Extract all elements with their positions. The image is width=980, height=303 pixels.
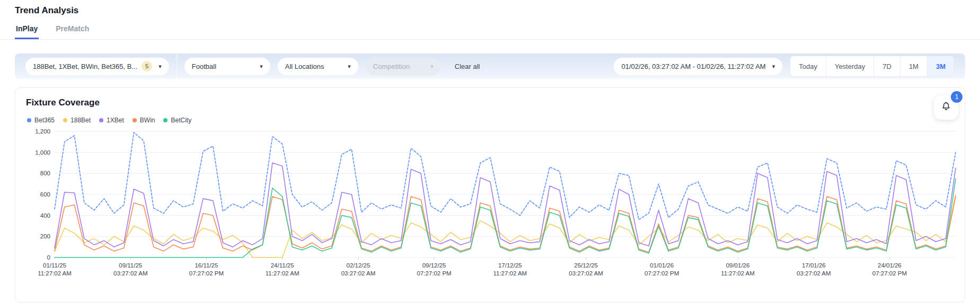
fixture-coverage-panel: Fixture Coverage 1 Bet365188Bet1XBetBWin… [15,87,965,302]
date-range-value: 01/02/26, 03:27:02 AM - 01/02/26, 11:27:… [621,63,765,70]
svg-text:09/11/25: 09/11/25 [119,262,142,269]
legend-label: 188Bet [70,117,91,124]
bookmakers-dropdown[interactable]: 188Bet, 1XBet, BWin, Bet365, B... 5 ▾ [25,58,169,75]
date-controls: 01/02/26, 03:27:02 AM - 01/02/26, 11:27:… [614,56,955,77]
svg-text:200: 200 [40,233,50,239]
svg-text:07:27:02 PM: 07:27:02 PM [644,270,679,277]
sport-value: Football [192,63,216,70]
range-3m-button[interactable]: 3M [928,56,954,76]
svg-text:600: 600 [40,191,50,198]
range-button-group: Today Yesterday 7D 1M 3M [790,56,955,77]
svg-text:800: 800 [40,170,50,176]
svg-text:03:27:02 AM: 03:27:02 AM [797,270,831,277]
filter-bar: 188Bet, 1XBet, BWin, Bet365, B... 5 ▾ Fo… [15,54,965,79]
bell-icon [940,101,952,114]
legend-dot [99,118,103,122]
legend-item-bet365[interactable]: Bet365 [27,117,55,124]
svg-text:03:27:02 AM: 03:27:02 AM [341,270,376,277]
competition-placeholder: Competition [373,63,410,70]
svg-text:09/12/25: 09/12/25 [422,262,446,269]
notification-count-badge: 1 [951,91,963,103]
svg-text:24/01/26: 24/01/26 [878,262,902,269]
svg-text:01/11/25: 01/11/25 [43,262,66,269]
chevron-down-icon: ▾ [158,63,162,70]
tab-inplay[interactable]: InPlay [15,21,39,39]
svg-text:09/01/26: 09/01/26 [726,262,750,269]
range-today-button[interactable]: Today [790,56,826,76]
legend-label: 1XBet [107,117,124,124]
range-1m-button[interactable]: 1M [900,56,928,76]
tab-bar: InPlay PreMatch [0,21,980,40]
date-range-dropdown[interactable]: 01/02/26, 03:27:02 AM - 01/02/26, 11:27:… [614,58,782,75]
legend-item-bwin[interactable]: BWin [133,117,155,124]
svg-text:02/12/25: 02/12/25 [347,262,370,269]
range-7d-button[interactable]: 7D [874,56,900,76]
chevron-down-icon: ▾ [348,63,351,70]
chart-canvas[interactable]: 02004006008001,0001,20001/11/2511:27:02 … [26,127,954,284]
clear-all-button[interactable]: Clear all [455,63,480,70]
tab-prematch[interactable]: PreMatch [55,21,90,39]
chevron-down-icon: ▾ [772,63,775,70]
svg-text:25/12/25: 25/12/25 [574,262,598,269]
svg-text:03:27:02 AM: 03:27:02 AM [569,270,603,277]
svg-text:1,200: 1,200 [35,128,50,135]
legend-dot [163,118,167,122]
fixture-coverage-chart[interactable]: 02004006008001,0001,20001/11/2511:27:02 … [26,127,963,282]
legend-item-betcity[interactable]: BetCity [163,117,191,124]
chevron-down-icon: ▾ [260,63,263,70]
legend-label: Bet365 [34,117,55,124]
svg-text:1,000: 1,000 [35,149,50,156]
svg-text:11:27:02 AM: 11:27:02 AM [266,270,299,277]
svg-text:11:27:02 AM: 11:27:02 AM [721,270,755,277]
svg-text:01/01/26: 01/01/26 [650,262,674,269]
competition-dropdown: Competition ▾ [366,58,441,75]
notifications-button[interactable]: 1 [934,95,958,120]
chevron-down-icon: ▾ [430,63,434,70]
range-yesterday-button[interactable]: Yesterday [826,56,874,76]
svg-text:24/11/25: 24/11/25 [271,262,294,269]
svg-text:17/01/26: 17/01/26 [802,262,826,269]
legend-item-1xbet[interactable]: 1XBet [99,117,124,124]
svg-text:16/11/25: 16/11/25 [195,262,218,269]
svg-text:0: 0 [47,254,50,261]
chart-legend: Bet365188Bet1XBetBWinBetCity [27,117,954,124]
page-title: Trend Analysis [0,0,980,16]
location-dropdown[interactable]: All Locations ▾ [278,58,358,75]
legend-item-188bet[interactable]: 188Bet [63,117,91,124]
legend-dot [27,118,31,122]
filter-divider [176,54,177,79]
location-value: All Locations [285,63,324,70]
svg-text:07:27:02 PM: 07:27:02 PM [872,270,907,277]
sport-dropdown[interactable]: Football ▾ [184,58,270,75]
bookmakers-count-badge: 5 [142,61,152,72]
svg-text:07:27:02 PM: 07:27:02 PM [417,270,451,277]
legend-dot [133,118,137,122]
legend-label: BetCity [171,117,191,124]
svg-text:07:27:02 PM: 07:27:02 PM [189,270,224,277]
svg-text:11:27:02 AM: 11:27:02 AM [493,270,527,277]
svg-text:11:27:02 AM: 11:27:02 AM [38,270,72,277]
bookmakers-value: 188Bet, 1XBet, BWin, Bet365, B... [33,63,137,70]
legend-label: BWin [140,117,155,124]
svg-text:400: 400 [40,212,50,219]
svg-text:17/12/25: 17/12/25 [498,262,522,269]
legend-dot [63,118,67,122]
svg-text:03:27:02 AM: 03:27:02 AM [113,270,148,277]
panel-title: Fixture Coverage [26,97,100,108]
